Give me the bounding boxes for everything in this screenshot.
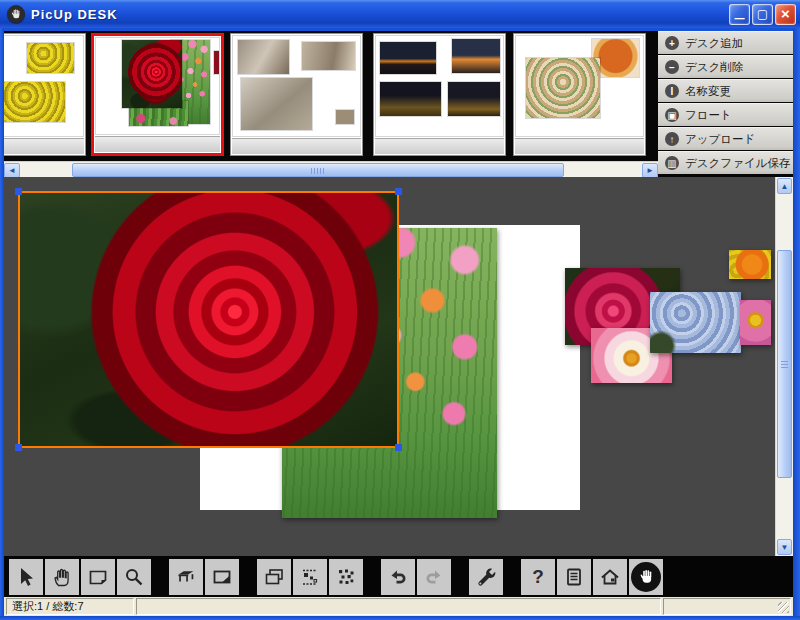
redo-button[interactable]: [417, 559, 451, 595]
photo-red-rose[interactable]: [20, 193, 397, 446]
hscroll-thumb[interactable]: [72, 163, 564, 177]
photo-cat-1: [238, 40, 289, 74]
selection-handle-tl[interactable]: [15, 188, 22, 195]
desk-label-bar: [375, 138, 504, 154]
resize-grip[interactable]: [778, 602, 789, 613]
photo-view-button[interactable]: [205, 559, 239, 595]
photo-magenta-sliver: [214, 51, 219, 73]
selection-handle-tr[interactable]: [395, 188, 402, 195]
scroll-left-arrow-icon[interactable]: ◄: [4, 163, 20, 177]
photo-cat-2: [302, 42, 355, 70]
frame-bottom: [0, 616, 800, 620]
desk-label-bar: [95, 136, 220, 152]
sidebar: + デスク追加 − デスク削除 I 名称変更 ▣ フロート ↑ アップロード ▥…: [658, 31, 793, 177]
hand-circle-icon: [631, 562, 661, 592]
upload-button[interactable]: ↑ アップロード: [658, 127, 793, 150]
delete-desk-button[interactable]: − デスク削除: [658, 55, 793, 78]
float-button[interactable]: ▣ フロート: [658, 103, 793, 126]
rename-label: 名称変更: [685, 84, 731, 99]
photo-pink-cosmos[interactable]: [740, 300, 771, 345]
desk-strip-scrollbar[interactable]: ◄ ►: [4, 161, 658, 177]
close-button[interactable]: ×: [775, 4, 796, 25]
photo-cat-3: [241, 78, 312, 130]
upload-arrow-icon: ↑: [665, 132, 679, 146]
add-desk-button[interactable]: + デスク追加: [658, 31, 793, 54]
selection-count-panel: 選択:1 / 総数:7: [6, 598, 134, 615]
photo-frame-icon: [211, 566, 233, 588]
photo-sunset-2: [452, 39, 500, 73]
desk-preview-yellow-flowers: [4, 35, 84, 137]
status-message-panel: [136, 598, 661, 615]
desk-card-yellow-flowers[interactable]: [4, 33, 86, 156]
desk-preview-cats: [232, 35, 361, 137]
log-button[interactable]: [557, 559, 591, 595]
hand-tool-button[interactable]: [45, 559, 79, 595]
delete-desk-label: デスク削除: [685, 60, 743, 75]
note-tool-button[interactable]: [81, 559, 115, 595]
scroll-right-arrow-icon[interactable]: ►: [642, 163, 658, 177]
desk-card-cats[interactable]: [230, 33, 363, 156]
scroll-down-arrow-icon[interactable]: ▼: [777, 539, 792, 555]
desk-label-bar: [4, 138, 84, 154]
undo-arrow-icon: [387, 566, 409, 588]
document-list-icon: [563, 566, 585, 588]
desk-strip: ◄ ►: [4, 31, 658, 177]
app-logo-icon: [7, 5, 25, 23]
desk-preview-roses: [95, 37, 220, 135]
settings-button[interactable]: [469, 559, 503, 595]
minimize-button[interactable]: —: [729, 4, 750, 25]
rename-button[interactable]: I 名称変更: [658, 79, 793, 102]
desk-label-bar: [515, 138, 644, 154]
vscroll-thumb[interactable]: [777, 250, 792, 478]
desk-card-food[interactable]: [513, 33, 646, 156]
undo-button[interactable]: [381, 559, 415, 595]
scattered-photos-icon: [335, 566, 357, 588]
scroll-up-arrow-icon[interactable]: ▲: [777, 178, 792, 194]
select-tool-button[interactable]: [9, 559, 43, 595]
photo-yellow-large: [4, 82, 65, 122]
minus-icon: −: [665, 60, 679, 74]
maximize-button[interactable]: ▢: [752, 4, 773, 25]
desk-preview-night-scenes: [375, 35, 504, 137]
arrange-photos-button[interactable]: [293, 559, 327, 595]
hand-icon: [51, 566, 73, 588]
canvas-vscrollbar[interactable]: ▲ ▼: [775, 177, 793, 556]
status-extra-panel: [663, 598, 791, 615]
desk-table-icon: [175, 566, 197, 588]
desk-view-button[interactable]: [169, 559, 203, 595]
photo-cat-4: [336, 110, 354, 124]
selection-handle-br[interactable]: [395, 444, 402, 451]
save-desk-file-label: デスクファイル保存: [685, 156, 790, 171]
zoom-tool-button[interactable]: [117, 559, 151, 595]
canvas[interactable]: [4, 177, 775, 556]
photo-orange-flower[interactable]: [729, 250, 771, 279]
save-desk-file-button[interactable]: ▥ デスクファイル保存: [658, 151, 793, 174]
cursor-arrow-icon: [15, 566, 37, 588]
redo-arrow-icon: [423, 566, 445, 588]
desk-card-roses[interactable]: [91, 33, 224, 156]
add-desk-label: デスク追加: [685, 36, 743, 51]
photo-yellow-small: [27, 43, 74, 73]
help-button[interactable]: ?: [521, 559, 555, 595]
save-file-icon: ▥: [665, 156, 679, 170]
float-window-icon: ▣: [665, 108, 679, 122]
photo-night-street: [380, 82, 441, 116]
home-button[interactable]: [593, 559, 627, 595]
shuffle-photos-button[interactable]: [329, 559, 363, 595]
selection-handle-bl[interactable]: [15, 444, 22, 451]
photo-blue-hydrangea[interactable]: [650, 292, 741, 353]
note-page-icon: [87, 566, 109, 588]
wrench-icon: [475, 566, 497, 588]
status-bar: 選択:1 / 総数:7: [4, 597, 793, 616]
question-mark-icon: ?: [532, 566, 544, 588]
photo-red-rose-mini: [122, 40, 182, 108]
desk-card-night-scenes[interactable]: [373, 33, 506, 156]
title-bar[interactable]: PicUp DESK — ▢ ×: [0, 0, 800, 28]
picup-hand-button[interactable]: [629, 559, 663, 595]
app-window: PicUp DESK — ▢ × ◄ ► + デスク追加 − デスク削除 I 名…: [0, 0, 800, 620]
desk-label-bar: [232, 138, 361, 154]
toolbar: ?: [4, 556, 793, 597]
stack-photos-button[interactable]: [257, 559, 291, 595]
info-icon: I: [665, 84, 679, 98]
arrange-grid-icon: [299, 566, 321, 588]
